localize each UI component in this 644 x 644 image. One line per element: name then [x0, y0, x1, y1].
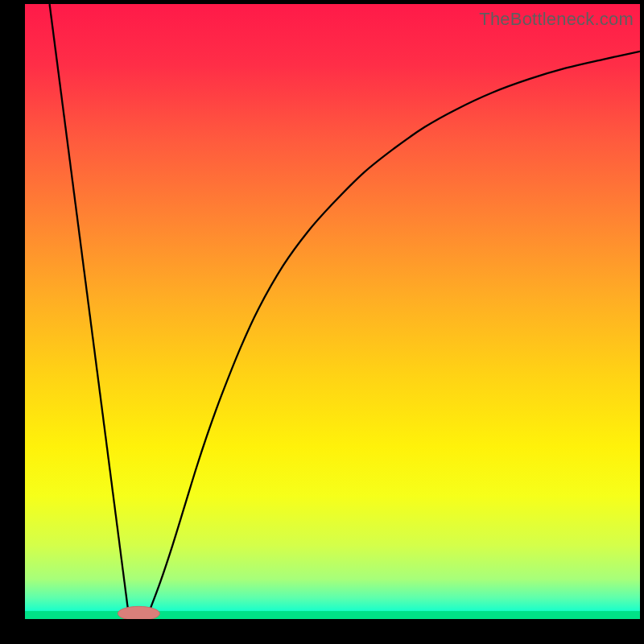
- green-baseline-strip: [25, 611, 640, 619]
- chart-frame: TheBottleneck.com: [25, 4, 640, 619]
- bottleneck-marker: [118, 606, 159, 619]
- watermark-text: TheBottleneck.com: [479, 9, 634, 30]
- plot-svg: [25, 4, 640, 619]
